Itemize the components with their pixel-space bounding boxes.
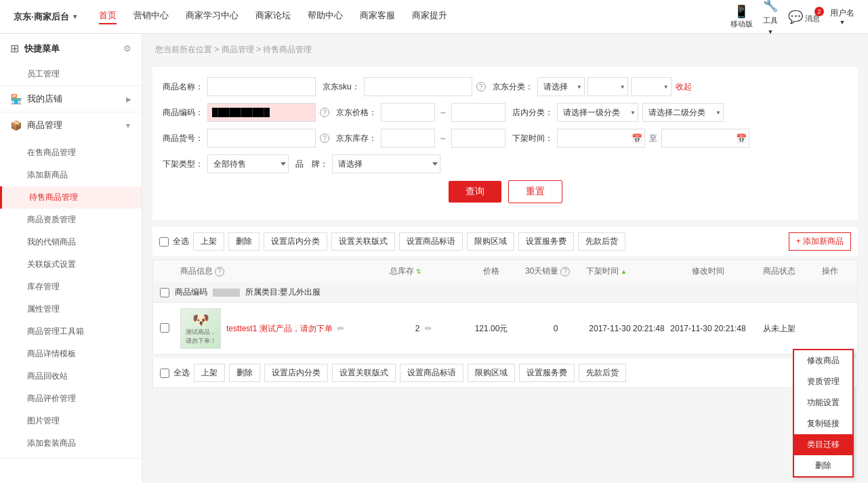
jd-price-min-input[interactable] [381,103,435,122]
offline-type-select[interactable]: 全部待售 [207,154,289,173]
jd-price-max-input[interactable] [451,103,505,122]
user-menu[interactable]: 用户名 ▼ [830,7,854,26]
nav-help[interactable]: 帮助中心 [308,9,343,24]
sidebar-item-employee[interactable]: 员工管理 [0,63,142,85]
user-name: 用户名 [830,7,854,19]
title-edit-icon[interactable]: ✏ [337,324,344,333]
ctx-category-migrate[interactable]: 类目迁移 [794,434,852,455]
sidebar-item-attributes[interactable]: 属性管理 [0,298,142,320]
goods-help-icon[interactable]: ? [320,133,329,143]
brand-select[interactable]: 请选择 [332,154,440,173]
col-header-status: 商品状态 [749,266,810,277]
col-header-stock: 总库存 ⇅ [390,266,457,277]
nav-home[interactable]: 首页 [99,9,117,24]
goods-no-input[interactable] [207,129,316,148]
btn-delete-bottom[interactable]: 删除 [229,364,260,382]
sales-help-icon[interactable]: ? [560,267,570,276]
nav-forum[interactable]: 商家论坛 [255,9,291,24]
store-cat-btn-1[interactable]: 请选择一级分类 [557,103,638,122]
cat-btn-2[interactable] [587,77,628,96]
mobile-version[interactable]: 📱 移动版 [730,4,753,29]
btn-set-store-cat-bottom[interactable]: 设置店内分类 [264,364,328,382]
query-button[interactable]: 查询 [449,181,501,203]
btn-delete-top[interactable]: 删除 [228,232,260,251]
ctx-qualification[interactable]: 资质管理 [794,371,852,392]
btn-shelve-bottom[interactable]: 上架 [194,364,225,382]
gear-icon[interactable]: ⚙ [123,43,131,54]
cat-btn-3[interactable] [631,77,671,96]
product-code-input[interactable] [207,103,316,122]
ctx-copy-link[interactable]: 复制链接 [794,413,852,434]
product-help-icon[interactable]: ? [215,267,224,276]
stock-sort-icon[interactable]: ⇅ [416,268,421,275]
btn-set-service-top[interactable]: 设置服务费 [518,232,574,251]
stock-edit-icon[interactable]: ✏ [425,324,432,333]
sidebar-item-bundle[interactable]: 添加套装商品 [0,432,142,455]
product-name-input[interactable] [207,77,316,96]
ctx-function-settings[interactable]: 功能设置 [794,392,852,413]
sidebar-item-image[interactable]: 图片管理 [0,410,142,432]
product-mgmt-header[interactable]: 📦 商品管理 ▼ [0,112,142,138]
filter-jd-stock: 京东库存： ～ [336,129,505,148]
select-all-checkbox-top[interactable] [159,237,169,247]
quick-menu-header[interactable]: ⊞ 快捷菜单 ⚙ [0,34,142,63]
sidebar-item-pending[interactable]: 待售商品管理 [0,186,142,209]
btn-set-relation-bottom[interactable]: 设置关联版式 [332,364,396,382]
code-help-icon[interactable]: ? [320,108,329,117]
my-store-header[interactable]: 🏪 我的店铺 ▶ [0,86,142,112]
sidebar-item-toolbox[interactable]: 商品管理工具箱 [0,320,142,343]
sidebar-item-review[interactable]: 商品评价管理 [0,387,142,410]
collapse-link[interactable]: 收起 [676,81,692,93]
toolbar-right: + 添加新商品 [789,232,851,251]
offline-type-dropdown: 全部待售 [207,154,289,173]
row-checkbox[interactable] [160,323,169,333]
btn-shelve-top[interactable]: 上架 [193,232,224,251]
cat-btn-1[interactable]: 请选择 [537,77,585,96]
nav-learning[interactable]: 商家学习中心 [186,9,239,24]
calendar-end-icon[interactable]: 📅 [736,133,747,144]
select-all-checkbox-bottom[interactable] [160,369,169,378]
product-title-link[interactable]: testtest1 测试产品，请勿下单 [226,324,333,333]
sku-help-icon[interactable]: ? [476,82,486,91]
sidebar-item-detail-template[interactable]: 商品详情模板 [0,343,142,365]
btn-add-product[interactable]: + 添加新商品 [789,232,851,251]
btn-set-store-cat-top[interactable]: 设置店内分类 [264,232,327,251]
product-thumb-inner: 🐶 测试商品， 请勿下单！ [181,309,220,348]
jd-sku-label: 京东sku： [323,81,360,93]
ctx-modify-product[interactable]: 修改商品 [794,350,852,371]
sidebar-item-qualification[interactable]: 商品资质管理 [0,209,142,231]
tools-menu[interactable]: 🔧 工具 ▼ [763,0,778,35]
sidebar-item-recycle[interactable]: 商品回收站 [0,365,142,387]
nav-upgrade[interactable]: 商家提升 [412,9,447,24]
jd-stock-max-input[interactable] [451,129,505,148]
btn-presell-top[interactable]: 先款后货 [578,232,625,251]
sidebar-item-proxy[interactable]: 我的代销商品 [0,231,142,253]
group-checkbox[interactable] [160,288,169,297]
btn-presell-bottom[interactable]: 先款后货 [579,364,626,382]
logo-arrow[interactable]: ▼ [72,13,79,20]
btn-set-service-bottom[interactable]: 设置服务费 [519,364,575,382]
btn-limit-region-bottom[interactable]: 限购区域 [468,364,515,382]
btn-limit-region-top[interactable]: 限购区域 [467,232,514,251]
btn-set-tag-top[interactable]: 设置商品标语 [399,232,463,251]
reset-button[interactable]: 重置 [508,180,562,203]
nav-service[interactable]: 商家客服 [360,9,395,24]
offline-sort-icon[interactable]: ▲ [621,268,627,275]
messages[interactable]: 💬 2 消息 [788,9,820,24]
sidebar-item-add-product[interactable]: 添加新商品 [0,164,142,186]
ctx-delete[interactable]: 删除 [794,455,852,476]
calendar-start-icon[interactable]: 📅 [632,133,642,144]
sidebar-item-inventory[interactable]: 库存管理 [0,276,142,298]
content-area: 您当前所在位置 > 商品管理 > 待售商品管理 商品名称： 京东sku： ? 京… [142,34,868,483]
jd-sku-input[interactable] [364,77,472,96]
nav-marketing[interactable]: 营销中心 [133,9,169,24]
sidebar-item-on-sale[interactable]: 在售商品管理 [0,142,142,164]
btn-set-relation-top[interactable]: 设置关联版式 [331,232,395,251]
store-cat-btn-2[interactable]: 请选择二级分类 [642,103,724,122]
store-cat-select-1: 请选择一级分类 ▼ [557,103,638,122]
jd-stock-min-input[interactable] [381,129,435,148]
sidebar-item-association[interactable]: 关联版式设置 [0,253,142,276]
btn-set-tag-bottom[interactable]: 设置商品标语 [400,364,463,382]
filter-store-category: 店内分类： 请选择一级分类 ▼ 请选择二级分类 ▼ [512,103,724,122]
price-tilde: ～ [439,107,447,119]
